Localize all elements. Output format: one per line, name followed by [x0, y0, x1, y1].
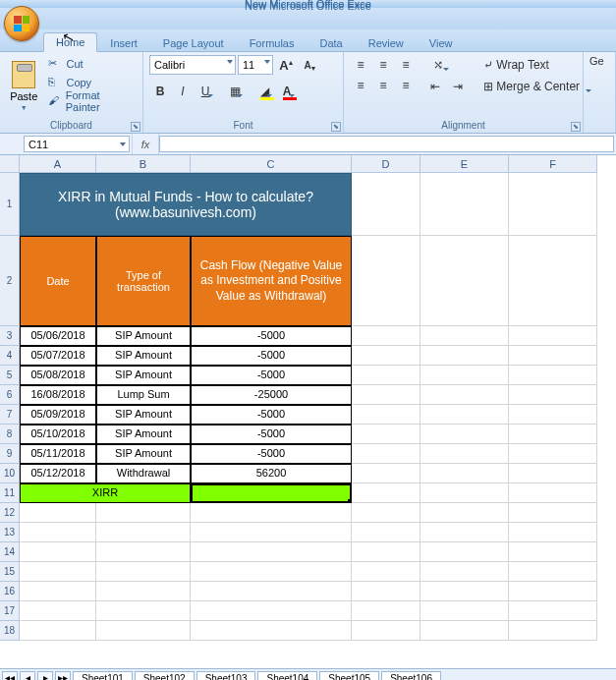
fill-color-button[interactable]: ◢ — [253, 82, 275, 101]
cell-C4[interactable]: -5000 — [191, 346, 352, 366]
italic-button[interactable]: I — [172, 82, 194, 101]
cell-B8[interactable]: SIP Amount — [96, 425, 191, 444]
col-header-B[interactable]: B — [96, 155, 191, 173]
cell-A15[interactable] — [20, 562, 96, 582]
cell-B9[interactable]: SIP Amount — [96, 444, 191, 464]
cell-A7[interactable]: 05/09/2018 — [20, 405, 96, 425]
cell-D5[interactable] — [352, 366, 420, 385]
cell-B3[interactable]: SIP Amount — [96, 326, 191, 346]
cell-F13[interactable] — [509, 523, 597, 542]
cell-F9[interactable] — [509, 444, 597, 464]
align-middle[interactable]: ≡ — [372, 55, 394, 75]
worksheet[interactable]: ABCDEF 123456789101112131415161718 XIRR … — [0, 155, 616, 680]
cell-E3[interactable] — [420, 326, 509, 346]
cell-E11[interactable] — [420, 483, 509, 503]
cell-F14[interactable] — [509, 542, 597, 562]
tab-insert[interactable]: Insert — [97, 33, 150, 52]
align-top[interactable]: ≡ — [350, 55, 371, 75]
cell-B6[interactable]: Lump Sum — [96, 385, 191, 405]
align-left[interactable]: ≡ — [350, 76, 371, 95]
cell-F8[interactable] — [509, 425, 597, 444]
cell-A9[interactable]: 05/11/2018 — [20, 444, 96, 464]
align-center[interactable]: ≡ — [372, 76, 394, 95]
cell-E18[interactable] — [420, 621, 509, 641]
cell-F3[interactable] — [509, 326, 597, 346]
row-header-12[interactable]: 12 — [0, 503, 20, 523]
bold-button[interactable]: B — [149, 82, 171, 101]
row-header-18[interactable]: 18 — [0, 621, 20, 641]
nav-prev[interactable]: ◂ — [20, 671, 35, 681]
cell-D3[interactable] — [352, 326, 420, 346]
cell-C13[interactable] — [191, 523, 352, 542]
col-header-D[interactable]: D — [352, 155, 420, 173]
select-all-corner[interactable] — [0, 155, 20, 173]
cell-D14[interactable] — [352, 542, 420, 562]
cell-F17[interactable] — [509, 601, 597, 621]
cell-D9[interactable] — [352, 444, 420, 464]
row-header-17[interactable]: 17 — [0, 601, 20, 621]
cell-D2[interactable] — [352, 236, 420, 326]
cell-D13[interactable] — [352, 523, 420, 542]
row-header-3[interactable]: 3 — [0, 326, 20, 346]
cell-F1[interactable] — [509, 173, 597, 236]
cell-B18[interactable] — [96, 621, 191, 641]
cell-A14[interactable] — [20, 542, 96, 562]
header-cashflow[interactable]: Cash Flow (Negative Value as Investment … — [191, 236, 352, 326]
cell-F12[interactable] — [509, 503, 597, 523]
tab-page-layout[interactable]: Page Layout — [150, 33, 237, 52]
cell-C12[interactable] — [191, 503, 352, 523]
cell-A18[interactable] — [20, 621, 96, 641]
tab-home[interactable]: Home — [43, 32, 97, 52]
cell-D7[interactable] — [352, 405, 420, 425]
cell-B13[interactable] — [96, 523, 191, 542]
cell-B7[interactable]: SIP Amount — [96, 405, 191, 425]
nav-next[interactable]: ▸ — [37, 671, 53, 681]
cell-B12[interactable] — [96, 503, 191, 523]
row-header-2[interactable]: 2 — [0, 236, 20, 326]
cell-A16[interactable] — [20, 582, 96, 601]
cell-D11[interactable] — [352, 483, 420, 503]
cell-B15[interactable] — [96, 562, 191, 582]
font-launcher[interactable]: ⬊ — [331, 122, 341, 132]
cell-E14[interactable] — [420, 542, 509, 562]
cell-B14[interactable] — [96, 542, 191, 562]
cell-C17[interactable] — [191, 601, 352, 621]
cell-E5[interactable] — [420, 366, 509, 385]
cell-E17[interactable] — [420, 601, 509, 621]
cell-A12[interactable] — [20, 503, 96, 523]
cell-F2[interactable] — [509, 236, 597, 326]
tab-view[interactable]: View — [417, 33, 466, 52]
cell-B16[interactable] — [96, 582, 191, 601]
border-button[interactable]: ▦ — [224, 82, 246, 101]
sheet-tab-5[interactable]: Sheet106 — [381, 671, 441, 681]
sheet-tab-1[interactable]: Sheet102 — [135, 671, 195, 681]
cell-A3[interactable]: 05/06/2018 — [20, 326, 96, 346]
cell-E10[interactable] — [420, 464, 509, 483]
font-name-combo[interactable]: Calibri — [149, 55, 236, 75]
row-header-7[interactable]: 7 — [0, 405, 20, 425]
shrink-font-button[interactable]: A▾ — [299, 55, 320, 75]
cut-button[interactable]: ✂Cut — [45, 55, 137, 73]
cell-D18[interactable] — [352, 621, 420, 641]
cell-E12[interactable] — [420, 503, 509, 523]
cell-A10[interactable]: 05/12/2018 — [20, 464, 96, 483]
row-header-6[interactable]: 6 — [0, 385, 20, 405]
format-painter-button[interactable]: 🖌Format Painter — [45, 92, 137, 110]
cell-D8[interactable] — [352, 425, 420, 444]
row-header-11[interactable]: 11 — [0, 483, 20, 503]
nav-first[interactable]: ◂◂ — [2, 671, 18, 681]
cell-C8[interactable]: -5000 — [191, 425, 352, 444]
cell-A5[interactable]: 05/08/2018 — [20, 366, 96, 385]
cell-E15[interactable] — [420, 562, 509, 582]
sheet-tab-4[interactable]: Sheet105 — [319, 671, 379, 681]
cell-F10[interactable] — [509, 464, 597, 483]
header-type[interactable]: Type of transaction — [96, 236, 191, 326]
row-header-1[interactable]: 1 — [0, 173, 20, 236]
row-header-15[interactable]: 15 — [0, 562, 20, 582]
fx-button[interactable]: fx — [132, 134, 159, 154]
grow-font-button[interactable]: A▴ — [275, 55, 297, 75]
selected-cell-C11[interactable] — [191, 483, 352, 503]
cell-E7[interactable] — [420, 405, 509, 425]
cell-C10[interactable]: 56200 — [191, 464, 352, 483]
cell-F7[interactable] — [509, 405, 597, 425]
